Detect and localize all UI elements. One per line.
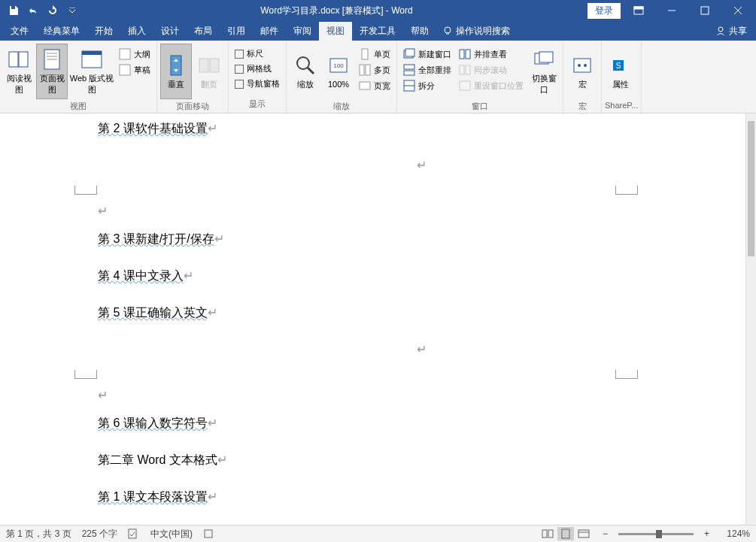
zoom-slider[interactable]: [618, 533, 694, 535]
menu-bar: 文件 经典菜单 开始 插入 设计 布局 引用 邮件 审阅 视图 开发工具 帮助 …: [0, 21, 756, 41]
ribbon-group-show: 标尺 网格线 导航窗格 显示: [229, 41, 287, 113]
tab-design[interactable]: 设计: [153, 22, 187, 41]
tab-file[interactable]: 文件: [3, 22, 36, 41]
redo-icon[interactable]: [44, 2, 62, 20]
outline-view-button[interactable]: 大纲: [116, 47, 153, 62]
svg-point-43: [584, 64, 587, 67]
tab-insert[interactable]: 插入: [120, 22, 153, 41]
svg-point-6: [718, 27, 723, 32]
doc-line: 第二章 Word 文本格式↵: [98, 453, 745, 468]
doc-line: 第 6 课输入数字符号↵: [98, 416, 745, 431]
svg-rect-51: [578, 530, 589, 537]
web-layout-icon[interactable]: [575, 527, 592, 540]
maximize-icon[interactable]: [690, 0, 720, 21]
zoom-level[interactable]: 124%: [720, 528, 750, 539]
multi-page-button[interactable]: 多页: [356, 62, 393, 77]
zoom-out-button[interactable]: −: [603, 528, 608, 539]
flip-icon: [197, 53, 221, 77]
ribbon-group-sharepoint: S属性 ShareP...: [602, 41, 642, 113]
spell-check-icon[interactable]: [128, 528, 140, 539]
checkbox-icon: [235, 80, 244, 89]
word-count[interactable]: 225 个字: [82, 528, 117, 540]
macros-button[interactable]: 宏: [566, 44, 598, 99]
one-page-button[interactable]: 单页: [356, 47, 393, 62]
tab-review[interactable]: 审阅: [286, 22, 319, 41]
page-view-button[interactable]: 页面视图: [36, 44, 68, 99]
arrange-icon: [403, 64, 415, 76]
svg-rect-38: [460, 81, 470, 90]
sidebyside-icon: [459, 48, 471, 60]
zoom-slider-thumb[interactable]: [656, 530, 662, 538]
svg-rect-1: [634, 7, 643, 9]
share-button[interactable]: 共享: [709, 22, 753, 41]
save-icon[interactable]: [5, 2, 23, 20]
tell-me-search[interactable]: 操作说明搜索: [436, 22, 516, 41]
qat-dropdown-icon[interactable]: [63, 2, 81, 20]
print-layout-icon[interactable]: [557, 527, 574, 540]
vertical-button[interactable]: 垂直: [160, 44, 192, 99]
zoom-100-icon: 100: [326, 54, 351, 78]
login-button[interactable]: 登录: [587, 3, 621, 19]
tab-home[interactable]: 开始: [87, 22, 120, 41]
sharepoint-label: ShareP...: [605, 99, 638, 111]
svg-rect-14: [82, 51, 102, 55]
tab-developer[interactable]: 开发工具: [352, 22, 403, 41]
document-content: 第 2 课软件基础设置↵ ↵ ↵ 第 3 课新建/打开/保存↵ 第 4 课中文录…: [0, 114, 745, 505]
minimize-icon[interactable]: [657, 0, 687, 21]
reset-window-button: 重设窗口位置: [456, 78, 527, 93]
doc-line: 第 1 课文本段落设置↵: [98, 489, 745, 505]
language-status[interactable]: 中文(中国): [150, 528, 193, 540]
read-mode-icon[interactable]: [539, 527, 556, 540]
draft-view-button[interactable]: 草稿: [116, 62, 153, 77]
tab-view[interactable]: 视图: [319, 22, 352, 41]
tab-classic[interactable]: 经典菜单: [36, 22, 87, 41]
zoom-button[interactable]: 缩放: [290, 44, 321, 99]
side-by-side-button[interactable]: 并排查看: [456, 47, 527, 62]
tab-references[interactable]: 引用: [220, 22, 253, 41]
draft-icon: [119, 64, 131, 76]
macro-record-icon[interactable]: [203, 528, 214, 539]
web-view-button[interactable]: Web 版式视图: [69, 44, 114, 99]
tab-help[interactable]: 帮助: [403, 22, 436, 41]
web-view-icon: [80, 47, 104, 71]
checkbox-icon: [235, 50, 244, 59]
new-window-button[interactable]: 新建窗口: [400, 47, 454, 62]
navpane-checkbox[interactable]: 导航窗格: [232, 77, 283, 91]
svg-rect-24: [362, 49, 368, 59]
ribbon-group-macros: 宏 宏: [563, 41, 602, 113]
magnifier-icon: [293, 53, 317, 77]
share-icon: [715, 26, 726, 36]
svg-rect-7: [9, 52, 18, 67]
flip-button[interactable]: 翻页: [193, 44, 225, 99]
svg-rect-37: [466, 65, 470, 74]
page-width-button[interactable]: 页宽: [356, 78, 393, 93]
split-button[interactable]: 拆分: [400, 78, 454, 93]
scrollbar-thumb[interactable]: [748, 121, 754, 256]
split-icon: [403, 80, 415, 92]
tab-mail[interactable]: 邮件: [253, 22, 286, 41]
page-status[interactable]: 第 1 页，共 3 页: [6, 528, 71, 540]
para-mark: ↵: [0, 388, 745, 402]
vertical-scrollbar[interactable]: [745, 114, 756, 525]
switch-window-button[interactable]: 切换窗口: [528, 44, 560, 99]
undo-icon[interactable]: [24, 2, 42, 20]
page-view-icon: [40, 47, 64, 71]
ribbon: 阅读视图 页面视图 Web 版式视图 大纲 草稿 视图 垂直 翻页 页面移动 标…: [0, 41, 756, 114]
read-view-button[interactable]: 阅读视图: [3, 44, 35, 99]
arrange-all-button[interactable]: 全部重排: [400, 62, 454, 77]
tab-layout[interactable]: 布局: [187, 22, 220, 41]
gridlines-checkbox[interactable]: 网格线: [232, 62, 283, 76]
svg-rect-19: [210, 59, 219, 72]
ruler-checkbox[interactable]: 标尺: [232, 47, 283, 61]
zoom-100-button[interactable]: 100100%: [323, 44, 354, 99]
vertical-icon: [164, 53, 188, 77]
properties-button[interactable]: S属性: [605, 44, 636, 99]
zoom-in-button[interactable]: +: [704, 528, 709, 539]
svg-rect-27: [360, 82, 370, 89]
svg-rect-40: [539, 52, 553, 62]
document-area[interactable]: 第 2 课软件基础设置↵ ↵ ↵ 第 3 课新建/打开/保存↵ 第 4 课中文录…: [0, 114, 745, 525]
ribbon-display-icon[interactable]: [624, 0, 654, 21]
close-icon[interactable]: [723, 0, 753, 21]
svg-rect-26: [366, 65, 370, 75]
svg-point-20: [297, 57, 309, 69]
